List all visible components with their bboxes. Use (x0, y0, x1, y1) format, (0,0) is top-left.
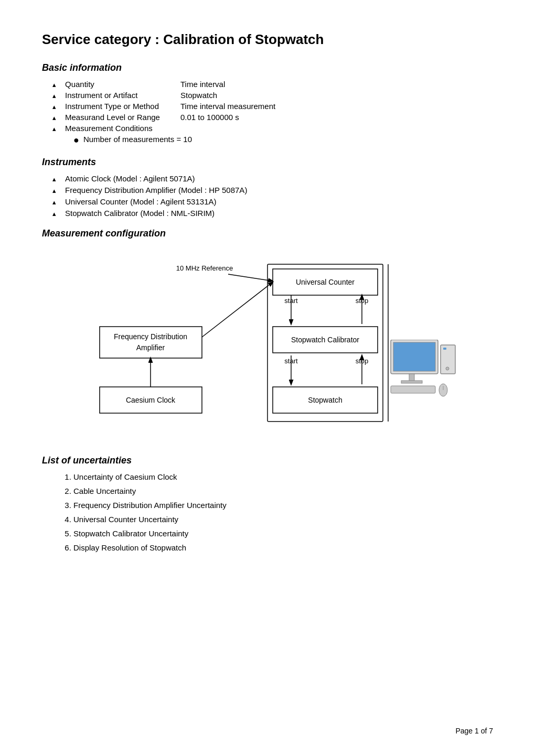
uncertainty-item: Universal Counter Uncertainty (73, 515, 493, 524)
arrow-icon: ▴ (52, 175, 60, 183)
instrument-item: Stopwatch Calibrator (Model : NML-SIRIM) (65, 209, 215, 218)
list-item: ▴ Universal Counter (Model : Agilent 531… (52, 197, 493, 206)
instrument-item: Frequency Distribution Amplifier (Model … (65, 186, 247, 195)
list-item: ▴ Instrument or Artifact Stopwatch (52, 91, 493, 100)
svg-line-11 (202, 282, 273, 337)
page-footer: Page 1 of 7 (455, 727, 493, 735)
instrument-item: Atomic Clock (Model : Agilent 5071A) (65, 174, 195, 183)
arrow-icon: ▴ (52, 198, 60, 206)
list-item: ▴ Quantity Time interval (52, 80, 493, 89)
svg-rect-8 (100, 327, 202, 358)
item-value: Stopwatch (180, 91, 217, 100)
svg-point-21 (446, 367, 449, 370)
svg-rect-20 (443, 348, 446, 350)
svg-rect-22 (391, 386, 435, 393)
svg-line-0 (228, 274, 273, 281)
computer-svg (388, 340, 456, 408)
swc-label: Stopwatch Calibrator (291, 336, 359, 344)
uncertainties-list: Uncertainty of Caesium Clock Cable Uncer… (63, 472, 493, 552)
list-item: ▴ Atomic Clock (Model : Agilent 5071A) (52, 174, 493, 183)
uncertainty-item: Display Resolution of Stopwatch (73, 543, 493, 552)
list-item: ▴ Measurement Conditions (52, 124, 493, 133)
bullet-item: ● Number of measurements = 10 (73, 135, 493, 146)
fda-label1: Frequency Distribution (114, 332, 187, 341)
instruments-section: Instruments ▴ Atomic Clock (Model : Agil… (42, 157, 493, 218)
uncertainties-section: List of uncertainties Uncertainty of Cae… (42, 455, 493, 552)
item-value: Time interval measurement (180, 102, 275, 111)
caesium-label: Caesium Clock (126, 396, 176, 404)
item-label: Measurand Level or Range (65, 113, 180, 122)
uncertainty-item: Stopwatch Calibrator Uncertainty (73, 529, 493, 538)
arrow-icon: ▴ (52, 92, 60, 100)
item-value: Time interval (180, 80, 225, 89)
computer-illustration (388, 340, 456, 409)
basic-info-heading: Basic information (42, 62, 493, 73)
list-item: ▴ Frequency Distribution Amplifier (Mode… (52, 186, 493, 195)
measurement-config-heading: Measurement configuration (42, 228, 493, 239)
bullet-text: Number of measurements = 10 (83, 135, 192, 144)
svg-rect-16 (393, 342, 435, 371)
universal-counter-label: Universal Counter (296, 278, 355, 286)
uncertainties-heading: List of uncertainties (42, 455, 493, 466)
item-label: Quantity (65, 80, 180, 89)
uncertainty-item: Frequency Distribution Amplifier Uncerta… (73, 501, 493, 510)
page-title: Service category : Calibration of Stopwa… (42, 31, 493, 48)
diagram-container: 10 MHz Reference Universal Counter start… (68, 245, 467, 445)
list-item: ▴ Stopwatch Calibrator (Model : NML-SIRI… (52, 209, 493, 218)
instruments-heading: Instruments (42, 157, 493, 168)
list-item: ▴ Measurand Level or Range 0.01 to 10000… (52, 113, 493, 122)
svg-rect-18 (401, 381, 422, 383)
arrow-icon: ▴ (52, 103, 60, 111)
uncertainty-item: Cable Uncertainty (73, 487, 493, 495)
arrow-icon: ▴ (52, 125, 60, 133)
arrow-icon: ▴ (52, 81, 60, 89)
item-value: 0.01 to 100000 s (180, 113, 239, 122)
uncertainty-item: Uncertainty of Caesium Clock (73, 472, 493, 481)
stopwatch-label: Stopwatch (308, 396, 342, 404)
bullet-icon: ● (73, 135, 79, 146)
ref-label: 10 MHz Reference (176, 264, 233, 272)
item-label: Instrument Type or Method (65, 102, 180, 111)
measurement-config-section: Measurement configuration 10 MHz Referen… (42, 228, 493, 445)
arrow-icon: ▴ (52, 210, 60, 218)
instrument-item: Universal Counter (Model : Agilent 53131… (65, 197, 217, 206)
item-label: Measurement Conditions (65, 124, 180, 133)
arrow-icon: ▴ (52, 187, 60, 195)
item-label: Instrument or Artifact (65, 91, 180, 100)
list-item: ▴ Instrument Type or Method Time interva… (52, 102, 493, 111)
arrow-icon: ▴ (52, 114, 60, 122)
basic-info-section: Basic information ▴ Quantity Time interv… (42, 62, 493, 146)
fda-label2: Amplifier (136, 343, 165, 352)
